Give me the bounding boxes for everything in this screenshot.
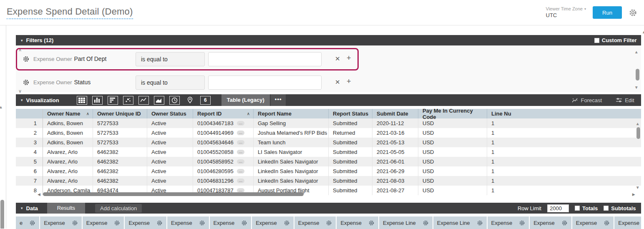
custom-filter-toggle[interactable]: Custom Filter	[594, 37, 641, 43]
ellipsis-badge[interactable]: ...	[237, 159, 244, 164]
filter-gear-icon[interactable]	[23, 55, 30, 63]
filter-operator-select[interactable]: is equal to	[136, 75, 205, 90]
subtotals-checkbox[interactable]	[604, 206, 609, 211]
data-column-chip[interactable]: e	[16, 216, 40, 229]
table-row[interactable]: 4 Alvarez, Arlo 6462382 Active 010045520…	[16, 147, 641, 157]
data-column-chip[interactable]: Expense Line	[379, 216, 433, 229]
column-header-owner-name[interactable]: Owner Name∧	[43, 109, 93, 118]
cell-report-name[interactable]: Team lunch	[254, 138, 329, 147]
cell-owner-status[interactable]: Active	[147, 138, 193, 147]
cell-currency[interactable]: USD	[418, 118, 487, 128]
column-header-owner-status[interactable]: Owner Status	[147, 109, 193, 118]
cell-report-id[interactable]: 010045858952...	[193, 157, 254, 166]
sidebar-scrollbar-thumb[interactable]	[0, 200, 4, 229]
cell-owner-unique-id[interactable]: 5727533	[93, 118, 147, 128]
cell-owner-name[interactable]: Alvarez, Arlo	[43, 176, 93, 186]
cell-report-status[interactable]: Submitted	[329, 176, 372, 186]
totals-toggle[interactable]: Totals	[575, 205, 598, 211]
cell-report-status[interactable]: Submitted	[329, 118, 372, 128]
cell-owner-status[interactable]: Active	[147, 118, 193, 128]
line-chart-icon[interactable]	[138, 96, 149, 105]
column-header-report-name[interactable]: Report Name	[254, 109, 329, 118]
cell-report-name[interactable]: LinkedIn Sales Navigator	[254, 166, 329, 176]
chip-gear-icon[interactable]	[114, 220, 120, 226]
data-column-chip[interactable]: Expense	[210, 216, 252, 229]
horizontal-scrollbar-thumb[interactable]	[43, 192, 304, 196]
bar-chart-icon[interactable]	[108, 96, 118, 105]
collapse-data-icon[interactable]: ▾	[21, 206, 23, 210]
cell-submit-date[interactable]: 2021-08-03	[372, 176, 418, 186]
cell-report-id[interactable]: 010045634646...	[193, 138, 254, 147]
table-scroll-up-icon[interactable]: ▲	[636, 121, 640, 126]
filters-bar[interactable]: ▾ Filters (12) Custom Filter	[16, 35, 641, 45]
cell-report-status[interactable]: Submitted	[329, 166, 372, 176]
data-column-chip[interactable]: Expense	[294, 216, 337, 229]
data-column-chip[interactable]: Expense	[337, 216, 379, 229]
data-column-chip[interactable]: Expense	[83, 216, 125, 229]
cell-report-name[interactable]: Gap Selling	[254, 118, 329, 128]
cell-owner-status[interactable]: Active	[147, 166, 193, 176]
cell-line-number[interactable]: 1	[487, 157, 641, 166]
cell-line-number[interactable]: 1	[487, 166, 641, 176]
cell-owner-status[interactable]: Active	[147, 128, 193, 138]
cell-owner-name[interactable]: Adkins, Bowen	[43, 138, 93, 147]
filter-value-input[interactable]	[208, 52, 322, 66]
ellipsis-badge[interactable]: ...	[237, 179, 244, 183]
cell-currency[interactable]: USD	[418, 147, 487, 157]
cell-report-name[interactable]: Joshua Melamed's RFP Bids	[254, 128, 329, 138]
run-button[interactable]: Run	[593, 6, 622, 19]
cell-owner-status[interactable]: Active	[147, 176, 193, 186]
ellipsis-badge[interactable]: ...	[237, 150, 244, 154]
cell-line-number[interactable]: 1	[487, 176, 641, 186]
cell-currency[interactable]: USD	[418, 166, 487, 176]
cell-submit-date[interactable]: 2021-06-29	[372, 166, 418, 176]
collapse-row-icon[interactable]: ∧	[18, 47, 22, 53]
forecast-button[interactable]: Forecast	[572, 97, 602, 103]
cell-report-status[interactable]: Submitted	[329, 138, 372, 147]
sidebar-scroll-up-icon[interactable]: ▲	[0, 105, 3, 109]
column-header-report-status[interactable]: Report Status	[329, 109, 372, 118]
cell-owner-name[interactable]: Adkins, Bowen	[43, 128, 93, 138]
data-column-chip[interactable]: Expense	[167, 216, 210, 229]
chip-gear-icon[interactable]	[423, 220, 429, 226]
scroll-right-icon[interactable]: ▶	[632, 192, 635, 196]
data-column-chip[interactable]: Expense	[614, 216, 641, 229]
collapse-filters-icon[interactable]: ▾	[21, 38, 23, 43]
clock-icon[interactable]	[169, 96, 180, 105]
remove-filter-icon[interactable]: ✕	[335, 55, 340, 63]
chip-gear-icon[interactable]	[156, 220, 163, 226]
cell-submit-date[interactable]: 2021-03-16	[372, 128, 418, 138]
table-row[interactable]: 5 Alvarez, Arlo 6462382 Active 010045858…	[16, 157, 641, 166]
cell-currency[interactable]: USD	[418, 157, 487, 166]
cell-owner-name[interactable]: Alvarez, Arlo	[43, 147, 93, 157]
add-filter-icon[interactable]: +	[347, 54, 351, 63]
collapse-visualization-icon[interactable]: ▾	[21, 98, 23, 102]
table-row[interactable]: 7 Alvarez, Arlo 6462382 Active 010046831…	[16, 176, 641, 186]
sort-asc-icon[interactable]: ∧	[86, 111, 93, 116]
tab-table-legacy[interactable]: Table (Legacy)	[221, 94, 270, 106]
cell-owner-name[interactable]: Alvarez, Arlo	[43, 157, 93, 166]
more-visualizations-icon[interactable]: •••	[271, 94, 286, 106]
scroll-left-icon[interactable]: ◀	[38, 192, 40, 196]
table-row[interactable]: 3 Adkins, Bowen 5727533 Active 010045634…	[16, 138, 641, 147]
horizontal-scrollbar[interactable]: ◀	[38, 191, 630, 197]
totals-checkbox[interactable]	[575, 206, 580, 211]
scatter-plot-icon[interactable]	[123, 96, 133, 105]
cell-owner-unique-id[interactable]: 6462382	[93, 147, 147, 157]
subtotals-toggle[interactable]: Subtotals	[604, 205, 636, 211]
cell-owner-status[interactable]: Active	[147, 147, 193, 157]
cell-owner-unique-id[interactable]: 6462382	[93, 166, 147, 176]
cell-owner-name[interactable]: Adkins, Bowen	[43, 118, 93, 128]
cell-report-name[interactable]: LinkedIn Sales Navigator	[254, 176, 329, 186]
cell-owner-unique-id[interactable]: 6462382	[93, 176, 147, 186]
cell-currency[interactable]: USD	[418, 138, 487, 147]
sort-asc-icon[interactable]: ∧	[247, 111, 253, 116]
add-calculation-button[interactable]: Add calculation	[95, 204, 142, 213]
ellipsis-badge[interactable]: ...	[237, 140, 244, 145]
filter-gear-icon[interactable]	[23, 79, 30, 86]
column-header-line-number[interactable]: Line Nu	[487, 109, 641, 118]
filters-scroll-up-icon[interactable]: ▲	[634, 50, 639, 54]
chip-gear-icon[interactable]	[199, 220, 205, 226]
chip-gear-icon[interactable]	[72, 220, 78, 226]
cell-report-id[interactable]: 010045520858...	[193, 147, 254, 157]
